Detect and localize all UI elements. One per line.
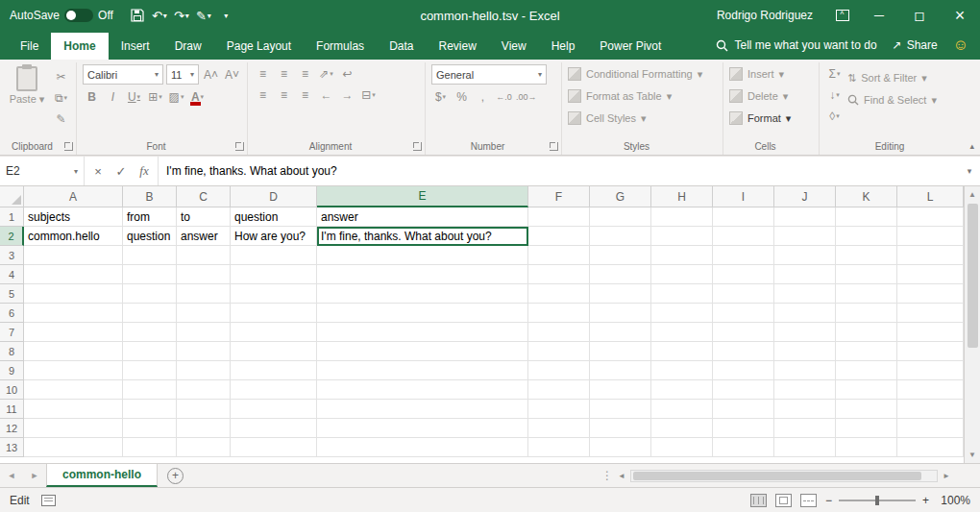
- cell-I1[interactable]: [713, 207, 774, 227]
- cell-D5[interactable]: [231, 284, 317, 304]
- decrease-decimal-button[interactable]: .00→: [516, 87, 537, 106]
- zoom-slider-thumb[interactable]: [875, 496, 879, 505]
- cell-B12[interactable]: [123, 419, 177, 438]
- cell-D3[interactable]: [231, 246, 317, 265]
- cell-L10[interactable]: [897, 380, 964, 400]
- cell-I4[interactable]: [713, 265, 774, 284]
- accounting-format-button[interactable]: $▾: [431, 87, 450, 106]
- record-macro-icon[interactable]: [41, 495, 56, 506]
- page-break-preview-button[interactable]: [800, 494, 817, 507]
- tab-draw[interactable]: Draw: [162, 33, 214, 60]
- tab-home[interactable]: Home: [51, 33, 108, 60]
- cell-L9[interactable]: [897, 361, 964, 380]
- cell-C5[interactable]: [177, 284, 231, 304]
- select-all-corner[interactable]: [0, 186, 24, 207]
- cell-C13[interactable]: [177, 438, 231, 457]
- tab-splitter-icon[interactable]: ⋮: [601, 469, 613, 482]
- cell-A6[interactable]: [24, 304, 123, 323]
- cell-A9[interactable]: [24, 361, 123, 380]
- save-button[interactable]: [127, 3, 148, 28]
- horizontal-scrollbar-track[interactable]: [630, 470, 938, 482]
- cell-K11[interactable]: [836, 400, 897, 419]
- percent-style-button[interactable]: %: [453, 87, 471, 106]
- format-cells-button[interactable]: Format▾: [729, 109, 791, 128]
- cell-C10[interactable]: [177, 380, 231, 400]
- cell-H10[interactable]: [651, 380, 713, 400]
- cell-L11[interactable]: [897, 400, 964, 419]
- feedback-smiley-icon[interactable]: ☺: [953, 37, 968, 54]
- cell-G12[interactable]: [590, 419, 651, 438]
- cell-A12[interactable]: [24, 419, 123, 438]
- comma-style-button[interactable]: ,: [474, 87, 492, 106]
- cell-K10[interactable]: [836, 380, 897, 400]
- delete-cells-button[interactable]: Delete▾: [729, 86, 791, 106]
- cell-E4[interactable]: [317, 265, 528, 284]
- cell-K8[interactable]: [836, 342, 897, 361]
- number-format-combo[interactable]: General▾: [431, 64, 547, 85]
- cell-D9[interactable]: [231, 361, 317, 380]
- cell-G7[interactable]: [590, 323, 651, 342]
- cell-G2[interactable]: [590, 227, 651, 246]
- fill-color-button[interactable]: ▨▾: [167, 87, 185, 106]
- redo-button[interactable]: ↷▾: [171, 3, 192, 28]
- cell-J3[interactable]: [774, 246, 836, 265]
- cell-D10[interactable]: [231, 380, 317, 400]
- cell-B1[interactable]: from: [123, 207, 177, 227]
- cell-H4[interactable]: [651, 265, 713, 284]
- cell-G1[interactable]: [590, 207, 651, 227]
- formula-bar-input[interactable]: I'm fine, thanks. What about you?: [159, 157, 959, 185]
- scroll-up-icon[interactable]: ▲: [965, 186, 980, 203]
- number-dialog-launcher[interactable]: [550, 142, 558, 151]
- cell-J1[interactable]: [774, 207, 836, 227]
- expand-formula-bar-button[interactable]: ▾: [959, 157, 980, 185]
- format-painter-button[interactable]: ✎: [52, 110, 70, 128]
- cell-B3[interactable]: [123, 246, 177, 265]
- row-header-8[interactable]: 8: [0, 342, 24, 361]
- sheet-nav-left-icon[interactable]: ◄: [0, 464, 23, 487]
- row-header-7[interactable]: 7: [0, 323, 24, 342]
- cell-J9[interactable]: [774, 361, 836, 380]
- align-left-button[interactable]: ≡: [254, 85, 272, 104]
- horizontal-scrollbar-thumb[interactable]: [633, 472, 921, 480]
- italic-button[interactable]: I: [104, 87, 122, 106]
- cell-B10[interactable]: [123, 380, 177, 400]
- cell-H6[interactable]: [651, 304, 713, 323]
- cell-K5[interactable]: [836, 284, 897, 304]
- minimize-button[interactable]: ─: [859, 0, 899, 31]
- paste-button[interactable]: Paste ▾: [6, 64, 48, 106]
- cell-F8[interactable]: [528, 342, 590, 361]
- cell-D6[interactable]: [231, 304, 317, 323]
- row-header-3[interactable]: 3: [0, 246, 24, 265]
- cell-L2[interactable]: [897, 227, 964, 246]
- signed-in-user[interactable]: Rodrigo Rodriguez: [717, 9, 813, 22]
- cell-H9[interactable]: [651, 361, 713, 380]
- page-layout-view-button[interactable]: [775, 494, 792, 507]
- cell-E13[interactable]: [317, 438, 528, 457]
- col-header-I[interactable]: I: [713, 186, 774, 207]
- cell-K9[interactable]: [836, 361, 897, 380]
- cell-K2[interactable]: [836, 227, 897, 246]
- cell-K6[interactable]: [836, 304, 897, 323]
- cell-K12[interactable]: [836, 419, 897, 438]
- font-dialog-launcher[interactable]: [235, 142, 244, 151]
- cell-G4[interactable]: [590, 265, 651, 284]
- col-header-D[interactable]: D: [231, 186, 317, 207]
- cell-F6[interactable]: [528, 304, 590, 323]
- cell-B8[interactable]: [123, 342, 177, 361]
- cell-C8[interactable]: [177, 342, 231, 361]
- cell-A8[interactable]: [24, 342, 123, 361]
- cell-I11[interactable]: [713, 400, 774, 419]
- cell-B5[interactable]: [123, 284, 177, 304]
- middle-align-button[interactable]: ≡: [275, 64, 293, 83]
- cell-E3[interactable]: [317, 246, 528, 265]
- cell-E5[interactable]: [317, 284, 528, 304]
- cell-J7[interactable]: [774, 323, 836, 342]
- col-header-H[interactable]: H: [651, 186, 713, 207]
- cell-G6[interactable]: [590, 304, 651, 323]
- share-button[interactable]: ↗ Share: [893, 38, 938, 52]
- cell-K3[interactable]: [836, 246, 897, 265]
- increase-indent-button[interactable]: →: [338, 85, 356, 104]
- col-header-K[interactable]: K: [836, 186, 897, 207]
- cell-J5[interactable]: [774, 284, 836, 304]
- merge-center-button[interactable]: ⊟▾: [359, 85, 378, 104]
